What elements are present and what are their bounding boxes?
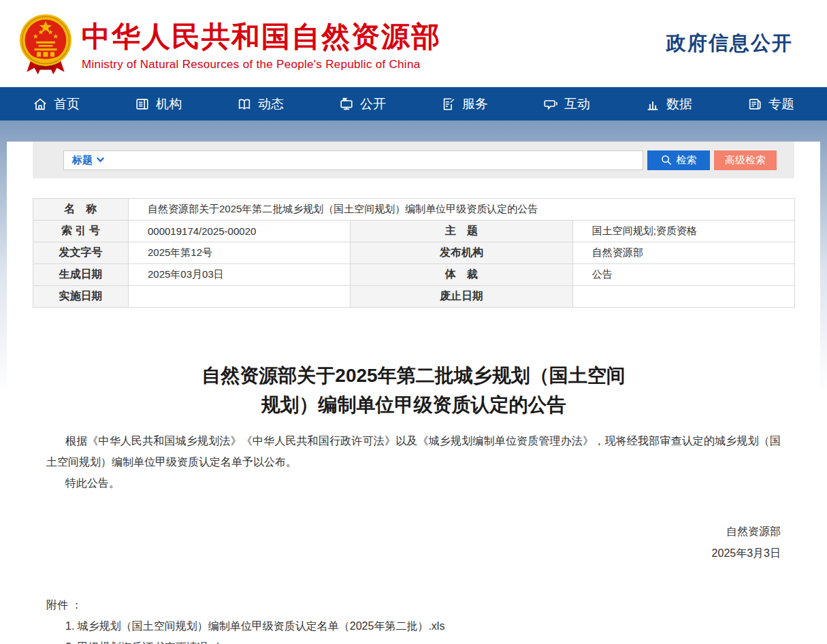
meta-subject-value: 国土空间规划;资质资格: [572, 221, 794, 242]
nav-item-label: 服务: [462, 95, 488, 113]
table-row: 发文字号 2025年第12号 发布机构 自然资源部: [33, 242, 795, 264]
nav-item-home[interactable]: 首页: [33, 95, 80, 113]
nav-item-label: 数据: [666, 95, 692, 113]
article: 自然资源部关于2025年第二批城乡规划（国土空间 规划）编制单位甲级资质认定的公…: [46, 361, 781, 644]
nav-item-interact[interactable]: 互动: [543, 95, 590, 113]
nav-item-label: 动态: [258, 95, 284, 113]
site-title-block: 中华人民共和国自然资源部 Ministry of Natural Resourc…: [82, 16, 441, 71]
meta-name-value: 自然资源部关于2025年第二批城乡规划（国土空间规划）编制单位甲级资质认定的公告: [129, 199, 795, 221]
meta-createdate-label: 生成日期: [33, 264, 129, 286]
search-box: 标题: [63, 150, 643, 170]
meta-name-label: 名 称: [33, 199, 129, 221]
home-icon: [33, 97, 48, 112]
attachment-link[interactable]: 1. 城乡规划（国土空间规划）编制单位甲级资质认定名单（2025年第二批）.xl…: [46, 615, 781, 637]
attachments-section: 附件 ： 1. 城乡规划（国土空间规划）编制单位甲级资质认定名单（2025年第二…: [46, 594, 781, 644]
signature-org: 自然资源部: [46, 521, 781, 543]
nav-item-data[interactable]: 数据: [645, 95, 692, 113]
nav-item-org[interactable]: 机构: [135, 95, 182, 113]
meta-genre-label: 体 裁: [351, 264, 572, 286]
meta-docnumber-value: 2025年第12号: [129, 242, 351, 264]
search-button-label: 检索: [677, 154, 697, 167]
meta-index-label: 索 引 号: [33, 221, 129, 242]
body-paragraph: 特此公告。: [46, 472, 781, 494]
meta-publisher-label: 发布机构: [351, 242, 572, 264]
table-row: 实施日期 废止日期: [33, 286, 795, 308]
nav-item-label: 专题: [768, 95, 794, 113]
page-background: 标题 检索 高级检索 名 称 自然资源部关于2025年第二批城乡规: [0, 120, 827, 644]
search-field-label: 标题: [72, 154, 93, 167]
nav-item-label: 首页: [54, 95, 80, 113]
chevron-down-icon: [97, 157, 104, 163]
signature-date: 2025年3月3日: [46, 543, 781, 564]
nav-item-disclosure[interactable]: 公开: [339, 95, 386, 113]
table-row: 生成日期 2025年03月03日 体 裁 公告: [33, 264, 795, 286]
search-strip: 标题 检索 高级检索: [33, 142, 794, 178]
nav-item-news[interactable]: 动态: [237, 95, 284, 113]
advanced-search-button[interactable]: 高级检索: [714, 150, 777, 170]
meta-subject-label: 主 题: [351, 221, 572, 242]
body-paragraph: 根据《中华人民共和国城乡规划法》《中华人民共和国行政许可法》以及《城乡规划编制单…: [46, 430, 781, 472]
document-meta-table: 名 称 自然资源部关于2025年第二批城乡规划（国土空间规划）编制单位甲级资质认…: [33, 198, 795, 308]
meta-effectivedate-value: [129, 286, 351, 308]
screen-flag-icon: [339, 97, 354, 112]
meta-effectivedate-label: 实施日期: [33, 286, 129, 308]
nav-item-services[interactable]: 服务: [441, 95, 488, 113]
nav-item-label: 互动: [564, 95, 590, 113]
meta-docnumber-label: 发文字号: [33, 242, 129, 264]
meta-repealdate-label: 废止日期: [351, 286, 572, 308]
signature-block: 自然资源部 2025年3月3日: [46, 521, 781, 564]
bar-chart-icon: [645, 97, 660, 112]
document-title-line2: 规划）编制单位甲级资质认定的公告: [46, 390, 781, 419]
search-button[interactable]: 检索: [647, 150, 710, 170]
content-card: 标题 检索 高级检索 名 称 自然资源部关于2025年第二批城乡规: [7, 142, 820, 644]
document-edit-icon: [441, 97, 456, 112]
site-subtitle: Ministry of Natural Resources of the Peo…: [82, 58, 441, 71]
organization-icon: [135, 97, 150, 112]
newspaper-icon: [747, 97, 762, 112]
open-book-icon: [237, 97, 252, 112]
nav-item-label: 机构: [156, 95, 182, 113]
magnifier-icon: [661, 155, 672, 165]
meta-genre-value: 公告: [572, 264, 794, 286]
main-nav: 首页 机构 动态 公开 服务 互动 数据: [0, 87, 827, 120]
document-title-line1: 自然资源部关于2025年第二批城乡规划（国土空间: [46, 361, 781, 390]
nav-item-topics[interactable]: 专题: [747, 95, 794, 113]
search-field-selector[interactable]: 标题: [69, 154, 107, 167]
meta-publisher-value: 自然资源部: [572, 242, 794, 264]
national-emblem-icon: [19, 11, 72, 79]
table-row: 名 称 自然资源部关于2025年第二批城乡规划（国土空间规划）编制单位甲级资质认…: [33, 199, 795, 221]
meta-createdate-value: 2025年03月03日: [129, 264, 351, 286]
site-title: 中华人民共和国自然资源部: [82, 20, 441, 54]
document-title: 自然资源部关于2025年第二批城乡规划（国土空间 规划）编制单位甲级资质认定的公…: [46, 361, 781, 419]
chat-bubbles-icon: [543, 97, 558, 112]
gov-info-disclosure-link[interactable]: 政府信息公开: [666, 30, 793, 57]
attachments-label: 附件 ：: [46, 594, 781, 615]
meta-index-value: 000019174/2025-00020: [129, 221, 351, 242]
national-emblem-logo[interactable]: [19, 11, 72, 79]
document-body: 根据《中华人民共和国城乡规划法》《中华人民共和国行政许可法》以及《城乡规划编制单…: [46, 430, 781, 494]
table-row: 索 引 号 000019174/2025-00020 主 题 国土空间规划;资质…: [33, 221, 795, 242]
nav-item-label: 公开: [360, 95, 386, 113]
site-header: 中华人民共和国自然资源部 Ministry of Natural Resourc…: [0, 0, 827, 87]
attachment-link[interactable]: 2. 甲级规划资质证书变更情况.xlsx: [46, 637, 781, 644]
search-input[interactable]: [107, 152, 643, 169]
meta-repealdate-value: [572, 286, 794, 308]
